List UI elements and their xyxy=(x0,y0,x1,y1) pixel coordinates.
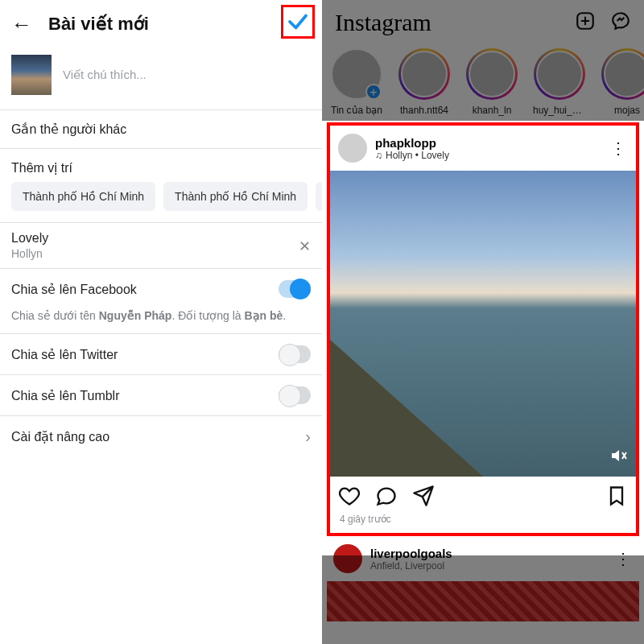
tag-people-label: Gắn thẻ người khác xyxy=(11,122,126,137)
post-avatar[interactable] xyxy=(338,134,367,163)
music-row[interactable]: Lovely Hollyn ✕ xyxy=(0,223,322,268)
story-item[interactable]: thanh.ntt64 xyxy=(398,48,451,116)
share-facebook-row[interactable]: Chia sẻ lên Facebook xyxy=(0,269,322,309)
music-artist: Hollyn xyxy=(11,247,311,260)
tag-people-row[interactable]: Gắn thẻ người khác xyxy=(0,110,322,148)
post-location[interactable]: Anfield, Liverpool xyxy=(370,560,452,572)
story-item[interactable]: huy_hui_2903 xyxy=(533,48,586,116)
post-username[interactable]: phapklopp xyxy=(375,136,449,150)
stories-row[interactable]: + Tin của bạn thanh.ntt64 khanh_ln huy_h… xyxy=(322,45,644,122)
story-label: thanh.ntt64 xyxy=(400,105,448,116)
post-more-icon[interactable]: ⋮ xyxy=(615,549,633,568)
messenger-icon[interactable] xyxy=(610,10,631,35)
share-facebook-toggle[interactable] xyxy=(279,280,311,298)
share-tumblr-row[interactable]: Chia sẻ lên Tumblr xyxy=(0,375,322,415)
new-post-icon[interactable] xyxy=(575,10,596,35)
share-icon[interactable] xyxy=(412,485,435,510)
post-timestamp: 4 giây trước xyxy=(330,514,636,533)
post-image[interactable] xyxy=(330,171,636,477)
remove-music-icon[interactable]: ✕ xyxy=(299,237,311,255)
story-label: mojas xyxy=(614,105,640,116)
share-facebook-sub: Chia sẻ dưới tên Nguyễn Pháp. Đối tượng … xyxy=(0,309,322,333)
back-icon[interactable]: ← xyxy=(11,12,32,37)
post-username[interactable]: liverpoolgoals xyxy=(370,547,452,560)
instagram-logo: Instagram xyxy=(335,9,431,36)
advanced-settings-row[interactable]: Cài đặt nâng cao › xyxy=(0,416,322,457)
check-icon xyxy=(286,10,310,34)
story-item[interactable]: mojas xyxy=(601,48,644,116)
feed-post-header[interactable]: liverpoolgoals Anfield, Liverpool ⋮ xyxy=(322,536,644,581)
share-twitter-row[interactable]: Chia sẻ lên Twitter xyxy=(0,334,322,374)
location-chip[interactable]: Thành phố Hồ Chí Minh xyxy=(163,182,308,211)
add-location-row[interactable]: Thêm vị trí xyxy=(0,149,322,182)
share-tumblr-label: Chia sẻ lên Tumblr xyxy=(11,388,120,403)
post-more-icon[interactable]: ⋮ xyxy=(610,138,628,158)
story-your-story[interactable]: + Tin của bạn xyxy=(330,48,383,116)
share-facebook-label: Chia sẻ lên Facebook xyxy=(11,282,137,297)
submit-check-button[interactable] xyxy=(281,5,315,39)
location-chips: Thành phố Hồ Chí Minh Thành phố Hồ Chí M… xyxy=(0,182,322,222)
post-music[interactable]: ♫ Hollyn • Lovely xyxy=(375,150,449,161)
location-chip[interactable]: T xyxy=(316,182,322,211)
chevron-right-icon: › xyxy=(305,427,311,446)
plus-icon: + xyxy=(365,84,382,100)
story-label: Tin của bạn xyxy=(331,105,382,116)
page-title: Bài viết mới xyxy=(48,14,149,35)
post-avatar[interactable] xyxy=(333,544,362,573)
music-title: Lovely xyxy=(11,231,311,246)
post-image[interactable] xyxy=(327,581,639,621)
story-label: huy_hui_2903 xyxy=(533,105,586,116)
caption-input[interactable]: Viết chú thích... xyxy=(63,68,147,82)
post-thumbnail[interactable] xyxy=(11,55,52,95)
share-twitter-toggle[interactable] xyxy=(279,345,311,363)
add-location-label: Thêm vị trí xyxy=(11,160,72,175)
mute-icon[interactable] xyxy=(609,446,628,469)
share-tumblr-toggle[interactable] xyxy=(279,386,311,404)
location-chip[interactable]: Thành phố Hồ Chí Minh xyxy=(11,182,155,211)
comment-icon[interactable] xyxy=(375,485,398,510)
save-icon[interactable] xyxy=(605,485,628,510)
like-icon[interactable] xyxy=(338,485,361,510)
feed-post: phapklopp ♫ Hollyn • Lovely ⋮ 4 giây trư… xyxy=(327,122,639,536)
story-item[interactable]: khanh_ln xyxy=(465,48,518,116)
story-label: khanh_ln xyxy=(473,105,512,116)
advanced-settings-label: Cài đặt nâng cao xyxy=(11,429,109,444)
share-twitter-label: Chia sẻ lên Twitter xyxy=(11,347,118,362)
